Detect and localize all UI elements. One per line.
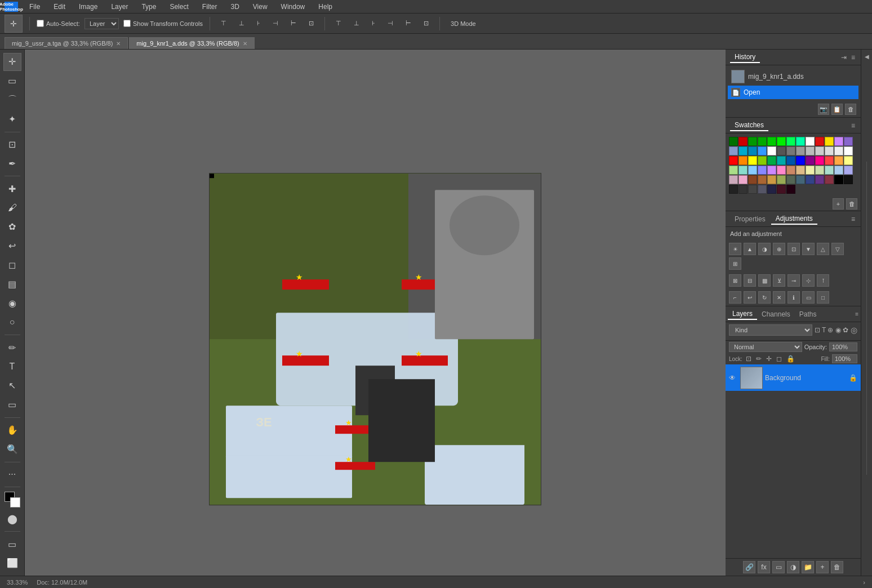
swatch-57[interactable] — [777, 175, 786, 184]
history-tab[interactable]: History — [730, 52, 760, 63]
swatch-29[interactable] — [758, 156, 767, 165]
tab-close-1[interactable]: ✕ — [116, 41, 121, 47]
lock-transparent[interactable]: ⊡ — [745, 354, 753, 363]
swatch-2[interactable] — [748, 137, 757, 146]
menu-select[interactable]: Select — [167, 2, 190, 12]
adj-previous[interactable]: ↩ — [744, 291, 756, 304]
canvas-area[interactable]: ★ ★ ★ ★ ЗЕ 30 — [25, 50, 726, 576]
history-snapshot-btn[interactable]: 📷 — [818, 104, 829, 115]
menu-edit[interactable]: Edit — [51, 2, 68, 12]
adj-channelmixer[interactable]: ⊠ — [729, 274, 741, 287]
layer-visibility-bg[interactable]: 👁 — [729, 374, 738, 382]
align-top[interactable]: ⊤ — [217, 18, 230, 29]
menu-3d[interactable]: 3D — [228, 2, 241, 12]
swatch-23[interactable] — [825, 146, 834, 155]
adj-info[interactable]: ℹ — [788, 291, 800, 304]
adj-levels[interactable]: ▲ — [744, 243, 756, 255]
swatch-13[interactable] — [729, 146, 738, 155]
channels-tab[interactable]: Channels — [757, 309, 795, 319]
swatch-59[interactable] — [796, 175, 805, 184]
eyedropper-tool-btn[interactable]: ✒ — [3, 154, 21, 172]
swatch-add-btn[interactable]: + — [833, 198, 844, 210]
swatch-51[interactable] — [844, 166, 853, 175]
layers-menu-btn[interactable]: ≡ — [855, 311, 858, 317]
layers-kind-select[interactable]: Kind — [729, 324, 812, 336]
menu-help[interactable]: Help — [316, 2, 335, 12]
swatch-1[interactable] — [738, 137, 748, 146]
swatch-63[interactable] — [834, 175, 843, 184]
adj-vibrance[interactable]: ⊡ — [788, 243, 800, 255]
paths-tab[interactable]: Paths — [795, 309, 821, 319]
swatch-19[interactable] — [786, 146, 795, 155]
swatch-24[interactable] — [834, 146, 843, 155]
align-right[interactable]: ⊡ — [305, 18, 318, 29]
artboard-btn[interactable]: ⬜ — [3, 554, 21, 572]
adj-exposure[interactable]: ⊕ — [773, 243, 785, 255]
adj-curves[interactable]: ◑ — [758, 243, 771, 255]
adj-delete[interactable]: ✕ — [773, 291, 785, 304]
swatch-37[interactable] — [834, 156, 843, 165]
clone-tool-btn[interactable]: ✿ — [3, 218, 21, 236]
adj-bw[interactable]: ▽ — [831, 243, 844, 255]
swatch-17[interactable] — [767, 146, 776, 155]
swatch-18[interactable] — [777, 146, 786, 155]
swatch-27[interactable] — [738, 156, 748, 165]
menu-filter[interactable]: Filter — [200, 2, 220, 12]
swatch-16[interactable] — [758, 146, 767, 155]
blend-mode-select[interactable]: Normal — [729, 342, 802, 352]
swatch-46[interactable] — [796, 166, 805, 175]
swatch-41[interactable] — [748, 166, 757, 175]
zoom-tool-btn[interactable]: 🔍 — [3, 440, 21, 458]
status-arrow[interactable]: › — [863, 579, 865, 586]
blur-tool-btn[interactable]: ◉ — [3, 295, 21, 313]
swatch-20[interactable] — [796, 146, 805, 155]
lock-artboard[interactable]: ◻ — [775, 354, 783, 363]
distribute-hcenter[interactable]: ⊢ — [402, 18, 415, 29]
swatch-12[interactable] — [844, 137, 853, 146]
swatch-52[interactable] — [729, 175, 738, 184]
swatch-61[interactable] — [815, 175, 824, 184]
adj-gradientmap[interactable]: ⊹ — [802, 274, 815, 287]
swatch-22[interactable] — [815, 146, 824, 155]
layers-group-btn[interactable]: 📁 — [802, 561, 814, 573]
swatch-26[interactable] — [729, 156, 738, 165]
tab-mig9-ussr[interactable]: mig_9_ussr_a.tga @ 33,3% (RGB/8) ✕ — [5, 37, 128, 49]
marquee-tool-btn[interactable]: ▭ — [3, 72, 21, 90]
layers-adj-btn[interactable]: ◑ — [787, 561, 799, 573]
swatch-delete-btn[interactable]: 🗑 — [846, 198, 857, 210]
align-bottom[interactable]: ⊦ — [253, 18, 264, 29]
distribute-right[interactable]: ⊡ — [420, 18, 433, 29]
move-tool[interactable]: ✛ — [5, 15, 23, 33]
swatch-4[interactable] — [767, 137, 776, 146]
swatch-28[interactable] — [748, 156, 757, 165]
layer-select[interactable]: Layer Group — [84, 18, 119, 29]
swatch-71[interactable] — [786, 185, 795, 194]
distribute-left[interactable]: ⊣ — [384, 18, 397, 29]
swatch-7[interactable] — [796, 137, 805, 146]
text-tool-btn[interactable]: T — [3, 358, 21, 376]
swatch-45[interactable] — [786, 166, 795, 175]
swatch-53[interactable] — [738, 175, 748, 184]
swatch-68[interactable] — [758, 185, 767, 194]
adj-photofilter[interactable]: ⊞ — [729, 257, 741, 270]
swatch-8[interactable] — [806, 137, 815, 146]
adj-selectivecolor[interactable]: ⊺ — [817, 274, 829, 287]
layers-mask-btn[interactable]: ▭ — [772, 561, 785, 573]
swatch-21[interactable] — [806, 146, 815, 155]
foreground-bg-colors[interactable] — [3, 491, 21, 509]
history-expand-btn[interactable]: ⇥ — [840, 52, 848, 63]
adjustments-tab[interactable]: Adjustments — [771, 213, 817, 225]
swatch-39[interactable] — [729, 166, 738, 175]
lock-all[interactable]: 🔒 — [785, 354, 796, 363]
history-delete-btn[interactable]: 🗑 — [845, 104, 856, 115]
hand-tool-btn[interactable]: ✋ — [3, 421, 21, 439]
swatch-49[interactable] — [825, 166, 834, 175]
swatch-50[interactable] — [834, 166, 843, 175]
swatch-60[interactable] — [806, 175, 815, 184]
gradient-tool-btn[interactable]: ▤ — [3, 275, 21, 293]
swatch-55[interactable] — [758, 175, 767, 184]
layers-filter-toggle[interactable]: ◎ — [851, 326, 857, 335]
adj-brightness[interactable]: ☀ — [729, 243, 741, 255]
wand-tool-btn[interactable]: ✦ — [3, 110, 21, 128]
adj-posterize[interactable]: ⊻ — [773, 274, 785, 287]
